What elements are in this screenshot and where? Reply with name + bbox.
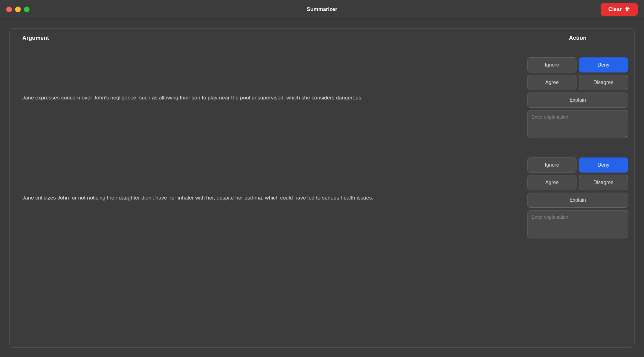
argument-text-2: Jane criticizes John for not noticing th… (22, 194, 373, 202)
clear-button[interactable]: Clear 🗑 (601, 3, 638, 16)
agree-disagree-row-1: Agree Disagree (527, 75, 628, 90)
deny-button-1[interactable]: Deny (579, 57, 628, 72)
minimize-button[interactable] (15, 7, 21, 12)
agree-button-2[interactable]: Agree (527, 175, 576, 190)
explain-row-1: Explain (527, 93, 628, 108)
titlebar: Summarizer Clear 🗑 (0, 0, 644, 19)
trash-icon: 🗑 (625, 6, 630, 13)
action-cell-2: Ignore Deny Agree Disagree Explain (521, 148, 634, 248)
ignore-button-1[interactable]: Ignore (527, 57, 576, 72)
explanation-textarea-1[interactable] (527, 110, 628, 138)
ignore-deny-row-1: Ignore Deny (527, 57, 628, 72)
traffic-lights (6, 7, 30, 12)
close-button[interactable] (6, 7, 12, 12)
argument-text-1: Jane expresses concern over John's negli… (22, 93, 363, 102)
explain-button-1[interactable]: Explain (527, 93, 628, 108)
table-row: Jane expresses concern over John's negli… (10, 48, 634, 148)
disagree-button-2[interactable]: Disagree (579, 175, 628, 190)
deny-button-2[interactable]: Deny (579, 157, 628, 173)
argument-cell-2: Jane criticizes John for not noticing th… (10, 148, 521, 248)
agree-disagree-row-2: Agree Disagree (527, 175, 628, 190)
ignore-deny-row-2: Ignore Deny (527, 157, 628, 173)
argument-cell-1: Jane expresses concern over John's negli… (10, 48, 521, 148)
action-cell-1: Ignore Deny Agree Disagree Explain (521, 48, 634, 148)
clear-label: Clear (608, 6, 622, 13)
action-header: Action (521, 35, 634, 41)
disagree-button-1[interactable]: Disagree (579, 75, 628, 90)
app-title: Summarizer (307, 6, 337, 13)
argument-header: Argument (10, 35, 521, 41)
maximize-button[interactable] (24, 7, 30, 12)
agree-button-1[interactable]: Agree (527, 75, 576, 90)
explain-button-2[interactable]: Explain (527, 193, 628, 208)
table-container: Argument Action Jane expresses concern o… (9, 28, 635, 348)
ignore-button-2[interactable]: Ignore (527, 157, 576, 173)
main-content: Argument Action Jane expresses concern o… (0, 19, 644, 357)
explanation-textarea-2[interactable] (527, 210, 628, 238)
explain-row-2: Explain (527, 193, 628, 208)
table-row: Jane criticizes John for not noticing th… (10, 148, 634, 248)
table-header: Argument Action (10, 29, 634, 48)
